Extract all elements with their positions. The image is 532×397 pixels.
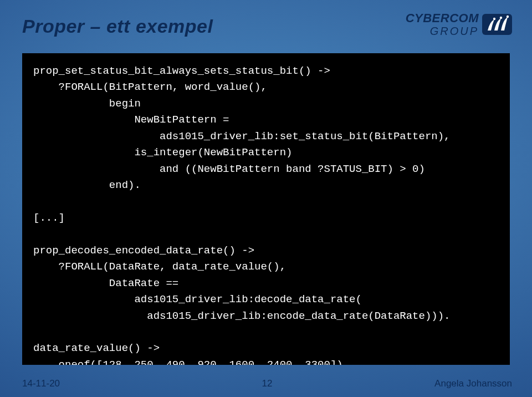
- logo-line1: CYBERCOM: [406, 12, 479, 24]
- slide-title: Proper – ett exempel: [22, 16, 213, 37]
- footer: 14-11-20 12 Angela Johansson: [22, 378, 512, 389]
- code-block: prop_set_status_bit_always_sets_status_b…: [22, 53, 510, 365]
- slide: Proper – ett exempel CYBERCOM GROUP prop…: [0, 0, 532, 397]
- logo-line2: GROUP: [406, 26, 479, 37]
- svg-point-1: [493, 18, 495, 20]
- svg-point-3: [507, 16, 509, 18]
- svg-point-2: [500, 17, 502, 19]
- footer-author: Angela Johansson: [434, 378, 512, 389]
- logo-mark-icon: [482, 14, 512, 35]
- logo-text: CYBERCOM GROUP: [406, 12, 479, 37]
- brand-logo: CYBERCOM GROUP: [406, 12, 512, 37]
- footer-page: 12: [262, 378, 273, 389]
- footer-date: 14-11-20: [22, 378, 60, 389]
